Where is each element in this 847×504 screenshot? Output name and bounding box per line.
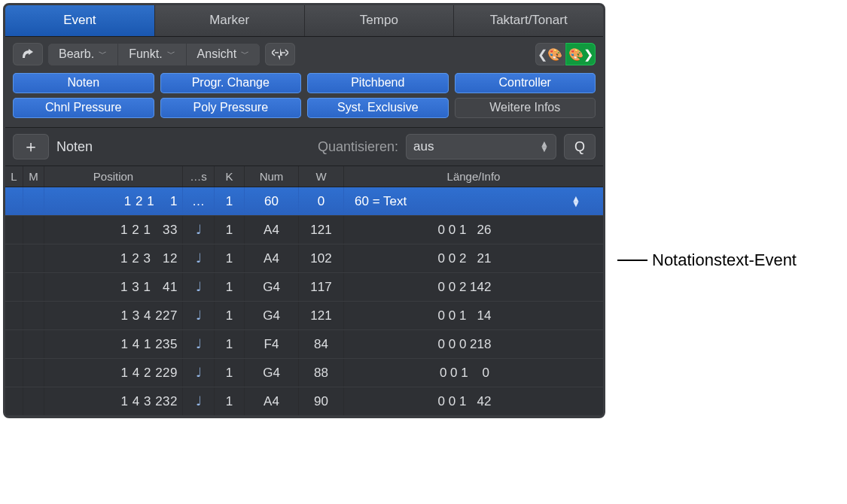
tab-event[interactable]: Event — [5, 5, 155, 36]
table-header: L M Position …s K Num W Länge/Info — [5, 166, 603, 187]
quantize-select[interactable]: aus ▲▼ — [406, 134, 556, 159]
add-event-button[interactable]: ＋ — [13, 134, 49, 159]
filter-notes[interactable]: Noten — [13, 73, 154, 93]
functions-menu[interactable]: Funkt. ﹀ — [118, 44, 186, 65]
edit-menu-label: Bearb. — [59, 47, 94, 61]
cell-status: … — [183, 187, 215, 215]
cell-channel: 1 — [215, 244, 245, 272]
chevron-down-icon: ﹀ — [167, 48, 175, 59]
cell-value: 88 — [299, 359, 344, 387]
table-row[interactable]: 1 2 3 12♩1A41020 0 2 21 — [5, 244, 603, 273]
cell-value: 0 — [299, 187, 344, 215]
stepper-icon: ▲▼ — [540, 141, 549, 152]
col-mute[interactable]: M — [23, 166, 44, 187]
filter-icon — [272, 48, 288, 60]
filter-sysex[interactable]: Syst. Exclusive — [307, 98, 449, 118]
table-row[interactable]: 1 2 1 1…160060 = Text▲▼ — [5, 187, 603, 216]
cell-position: 1 4 1 235 — [44, 330, 183, 358]
callout-line — [617, 260, 647, 261]
event-table-body: 1 2 1 1…160060 = Text▲▼1 2 1 33♩1A41210 … — [5, 187, 603, 416]
table-row[interactable]: 1 3 1 41♩1G41170 0 2 142 — [5, 273, 603, 302]
cell-status: ♩ — [183, 216, 215, 244]
color-palette-group: ❮🎨 🎨❯ — [535, 43, 596, 65]
annotation-callout: Notationstext-Event — [617, 250, 797, 270]
cell-number: G4 — [245, 359, 299, 387]
filter-toggle-button[interactable] — [265, 43, 295, 65]
cell-value: 84 — [299, 330, 344, 358]
col-status[interactable]: …s — [183, 166, 215, 187]
cell-channel: 1 — [215, 359, 245, 387]
cell-position: 1 3 4 227 — [44, 302, 183, 329]
cell-channel: 1 — [215, 302, 245, 329]
cell-position: 1 2 1 33 — [44, 216, 183, 244]
filter-additional-info[interactable]: Weitere Infos — [455, 98, 596, 118]
stepper-icon[interactable]: ▲▼ — [571, 196, 580, 207]
palette-icon: 🎨❯ — [568, 47, 593, 62]
cell-value: 117 — [299, 273, 344, 301]
cell-length-info: 0 0 2 142 — [344, 273, 603, 301]
cell-mute — [23, 302, 44, 329]
cell-loop — [5, 244, 23, 272]
tab-signature[interactable]: Taktart/Tonart — [454, 5, 603, 36]
col-number[interactable]: Num — [245, 166, 299, 187]
cell-number: F4 — [245, 330, 299, 358]
cell-channel: 1 — [215, 273, 245, 301]
catch-playhead-button[interactable] — [13, 43, 43, 65]
quantize-button[interactable]: Q — [564, 134, 596, 159]
table-row[interactable]: 1 3 4 227♩1G41210 0 1 14 — [5, 302, 603, 330]
tab-marker[interactable]: Marker — [155, 5, 305, 36]
cell-number: 60 — [245, 187, 299, 215]
cell-position: 1 4 2 229 — [44, 359, 183, 387]
cell-status: ♩ — [183, 387, 215, 415]
note-icon: ♩ — [196, 336, 202, 352]
filter-poly-pressure[interactable]: Poly Pressure — [160, 98, 302, 118]
cell-position: 1 2 3 12 — [44, 244, 183, 272]
palette-icon: ❮🎨 — [538, 47, 562, 62]
cell-number: A4 — [245, 216, 299, 244]
table-row[interactable]: 1 4 2 229♩1G4880 0 1 0 — [5, 359, 603, 387]
cell-value: 90 — [299, 387, 344, 415]
cell-mute — [23, 273, 44, 301]
cell-number: G4 — [245, 302, 299, 329]
cell-status: ♩ — [183, 302, 215, 329]
view-menu[interactable]: Ansicht ﹀ — [187, 44, 260, 65]
cell-position: 1 3 1 41 — [44, 273, 183, 301]
cell-channel: 1 — [215, 387, 245, 415]
plus-icon: ＋ — [23, 135, 39, 158]
cell-mute — [23, 244, 44, 272]
col-channel[interactable]: K — [215, 166, 245, 187]
note-icon: ♩ — [196, 308, 202, 323]
tab-tempo[interactable]: Tempo — [305, 5, 455, 36]
filter-pitchbend[interactable]: Pitchbend — [307, 73, 449, 93]
col-length-info[interactable]: Länge/Info — [344, 166, 603, 187]
col-position[interactable]: Position — [44, 166, 183, 187]
col-loop[interactable]: L — [5, 166, 23, 187]
col-value[interactable]: W — [299, 166, 344, 187]
edit-menu[interactable]: Bearb. ﹀ — [48, 44, 118, 65]
color-palette-prev[interactable]: ❮🎨 — [535, 43, 565, 65]
event-type-filters: Noten Progr. Change Pitchbend Controller… — [5, 73, 603, 128]
menu-segment: Bearb. ﹀ Funkt. ﹀ Ansicht ﹀ — [48, 44, 260, 65]
cell-mute — [23, 216, 44, 244]
cell-loop — [5, 187, 23, 215]
filter-channel-pressure[interactable]: Chnl Pressure — [13, 98, 154, 118]
cell-length-info: 0 0 1 42 — [344, 387, 603, 415]
table-row[interactable]: 1 4 1 235♩1F4840 0 0 218 — [5, 330, 603, 359]
event-list-panel: Event Marker Tempo Taktart/Tonart Bearb.… — [3, 3, 605, 418]
chevron-down-icon: ﹀ — [99, 48, 107, 59]
cell-channel: 1 — [215, 330, 245, 358]
cell-number: A4 — [245, 387, 299, 415]
cell-mute — [23, 387, 44, 415]
cell-length-info: 0 0 1 0 — [344, 359, 603, 387]
table-row[interactable]: 1 2 1 33♩1A41210 0 1 26 — [5, 216, 603, 244]
color-palette-next[interactable]: 🎨❯ — [565, 43, 596, 65]
filter-program-change[interactable]: Progr. Change — [160, 73, 302, 93]
table-row[interactable]: 1 4 3 232♩1A4900 0 1 42 — [5, 387, 603, 416]
note-icon: ♩ — [196, 250, 202, 266]
catch-icon — [21, 48, 35, 60]
cell-length-info: 0 0 1 26 — [344, 216, 603, 244]
cell-position: 1 2 1 1 — [44, 187, 183, 215]
filter-controller[interactable]: Controller — [455, 73, 596, 93]
cell-status: ♩ — [183, 330, 215, 358]
cell-channel: 1 — [215, 187, 245, 215]
